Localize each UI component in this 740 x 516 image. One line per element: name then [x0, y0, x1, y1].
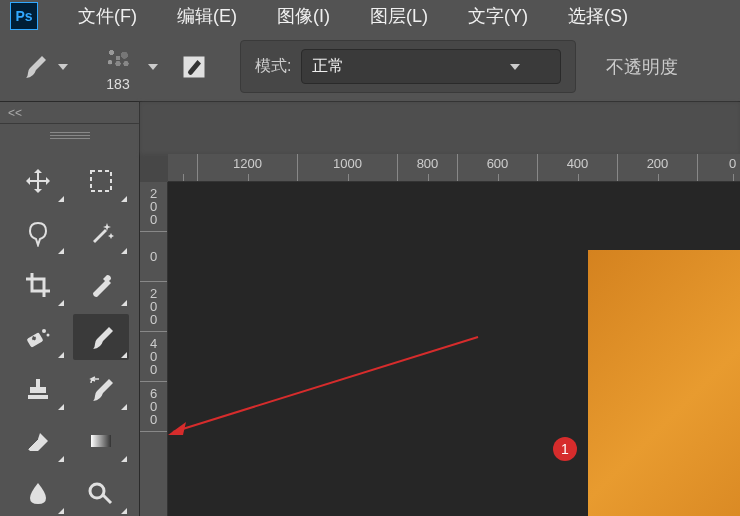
- tool-move[interactable]: [10, 158, 66, 204]
- menu-type[interactable]: 文字(Y): [448, 4, 548, 28]
- svg-point-6: [90, 484, 104, 498]
- options-bar: 183 模式: 正常 不透明度: [0, 32, 740, 102]
- tool-lasso[interactable]: [10, 210, 66, 256]
- ruler-tick: 1200: [198, 154, 298, 182]
- chevron-down-icon: [58, 64, 68, 70]
- ruler-vertical[interactable]: 200 0 200 400 600: [140, 182, 168, 516]
- mode-select[interactable]: 正常: [301, 49, 561, 84]
- mode-label: 模式:: [255, 56, 291, 77]
- svg-rect-1: [91, 171, 111, 191]
- opacity-label: 不透明度: [606, 55, 678, 79]
- annotation-arrow: [168, 287, 618, 437]
- tool-blur[interactable]: [10, 470, 66, 516]
- mode-value: 正常: [312, 56, 344, 77]
- tool-marquee[interactable]: [73, 158, 129, 204]
- ruler-tick: 400: [140, 332, 167, 382]
- toolbox: <<: [0, 102, 140, 516]
- svg-point-4: [47, 334, 50, 337]
- menu-image[interactable]: 图像(I): [257, 4, 350, 28]
- ruler-horizontal[interactable]: 1200 1000 800 600 400 200 0 200 4: [168, 154, 740, 182]
- menu-layer[interactable]: 图层(L): [350, 4, 448, 28]
- annotation-badge-1: 1: [553, 437, 577, 461]
- menu-file[interactable]: 文件(F): [58, 4, 157, 28]
- tool-stamp[interactable]: [10, 366, 66, 412]
- ruler-tick: 600: [140, 382, 167, 432]
- tool-dodge[interactable]: [73, 470, 129, 516]
- brush-preset-picker[interactable]: 183: [98, 42, 138, 92]
- ruler-tick: 600: [458, 154, 538, 182]
- tool-magic-wand[interactable]: [73, 210, 129, 256]
- ruler-tick: 1000: [298, 154, 398, 182]
- tool-history-brush[interactable]: [73, 366, 129, 412]
- brush-size-value: 183: [106, 76, 129, 92]
- document-tabbar[interactable]: [140, 102, 740, 154]
- brush-panel-toggle[interactable]: [178, 51, 210, 83]
- svg-rect-5: [91, 435, 111, 447]
- ruler-tick: 400: [538, 154, 618, 182]
- document-area: 1200 1000 800 600 400 200 0 200 4 200 0 …: [140, 102, 740, 516]
- svg-line-7: [173, 337, 478, 432]
- ruler-tick: 200: [140, 182, 167, 232]
- svg-marker-8: [168, 422, 186, 435]
- chevron-down-icon: [510, 64, 520, 70]
- toolbox-grip[interactable]: [0, 124, 139, 148]
- ruler-tick: 800: [398, 154, 458, 182]
- canvas-image: [588, 250, 740, 516]
- toolbox-collapse-button[interactable]: <<: [0, 102, 139, 124]
- menubar: Ps 文件(F) 编辑(E) 图像(I) 图层(L) 文字(Y) 选择(S): [0, 0, 740, 32]
- menu-select[interactable]: 选择(S): [548, 4, 648, 28]
- tool-preset-picker[interactable]: [20, 52, 68, 82]
- mode-group: 模式: 正常: [240, 40, 576, 93]
- tool-gradient[interactable]: [73, 418, 129, 464]
- brush-preview-icon: [98, 42, 138, 74]
- menu-edit[interactable]: 编辑(E): [157, 4, 257, 28]
- svg-point-3: [42, 329, 46, 333]
- ruler-tick: [168, 154, 198, 182]
- workspace: <<: [0, 102, 740, 516]
- tool-grid: [0, 148, 139, 516]
- ruler-tick: 0: [140, 232, 167, 282]
- tool-crop[interactable]: [10, 262, 66, 308]
- canvas-viewport[interactable]: 1: [168, 182, 740, 516]
- tool-eraser[interactable]: [10, 418, 66, 464]
- chevron-down-icon[interactable]: [148, 64, 158, 70]
- ruler-tick: 0: [698, 154, 740, 182]
- brush-icon: [20, 52, 50, 82]
- tool-brush[interactable]: [73, 314, 129, 360]
- ruler-tick: 200: [140, 282, 167, 332]
- ruler-tick: 200: [618, 154, 698, 182]
- app-logo: Ps: [10, 2, 38, 30]
- tool-eyedropper[interactable]: [73, 262, 129, 308]
- tool-healing[interactable]: [10, 314, 66, 360]
